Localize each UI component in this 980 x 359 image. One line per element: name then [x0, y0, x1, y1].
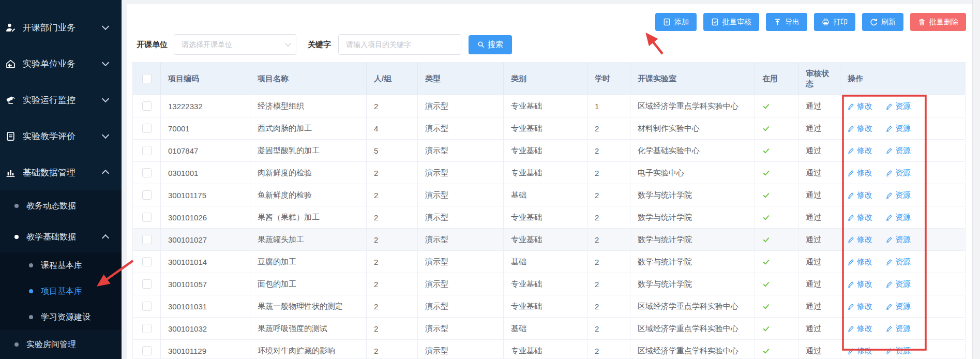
- bar-chart-icon: [5, 167, 16, 178]
- row-checkbox[interactable]: [142, 213, 152, 222]
- sidebar-subitem[interactable]: 教务动态数据: [0, 190, 122, 221]
- check-icon: [762, 125, 770, 132]
- resource-link[interactable]: 资源: [886, 346, 911, 356]
- cell-project-name: 肉新鲜度的检验: [250, 162, 367, 184]
- unit-select-input[interactable]: [174, 34, 296, 55]
- resource-link[interactable]: 资源: [886, 235, 911, 245]
- cell-lab: 数学与统计学院: [630, 206, 755, 228]
- row-checkbox[interactable]: [142, 101, 152, 111]
- cell-type: 演示型: [418, 318, 504, 339]
- resource-link[interactable]: 资源: [886, 302, 911, 311]
- row-checkbox[interactable]: [142, 257, 152, 266]
- sidebar-item[interactable]: 实验单位业务: [0, 46, 122, 82]
- 批量删除-button[interactable]: 批量删除: [910, 13, 966, 31]
- 打印-button[interactable]: 打印: [814, 13, 855, 31]
- cell-project-code: 0301001: [161, 162, 250, 184]
- search-button[interactable]: 搜索: [469, 35, 512, 54]
- pen-icon: [886, 259, 893, 265]
- sidebar-item[interactable]: 实验教学评价: [0, 118, 122, 154]
- cell-hours: 2: [587, 229, 630, 250]
- cell-category: 专业基础: [504, 340, 587, 359]
- row-checkbox[interactable]: [142, 302, 152, 311]
- sidebar-item[interactable]: 开课部门业务: [0, 9, 122, 46]
- sidebar-subitem[interactable]: 学习资源建设: [0, 304, 122, 330]
- edit-link[interactable]: 修改: [848, 190, 872, 200]
- table-header: 项目编码项目名称人/组类型类别学时开课实验室在用审核状态操作: [133, 63, 965, 95]
- edit-link[interactable]: 修改: [848, 279, 872, 289]
- pen-icon: [848, 259, 854, 265]
- sidebar-subitem[interactable]: 项目基本库: [0, 278, 122, 304]
- cell-category: 专业基础: [504, 206, 587, 228]
- cell-hours: 2: [587, 162, 630, 184]
- edit-link[interactable]: 修改: [848, 257, 872, 267]
- row-checkbox[interactable]: [142, 279, 152, 289]
- resource-link[interactable]: 资源: [886, 146, 911, 156]
- row-checkbox[interactable]: [142, 124, 152, 133]
- resource-link[interactable]: 资源: [886, 168, 911, 178]
- edit-link[interactable]: 修改: [848, 101, 872, 111]
- cell-lab: 区域经济学重点学科实验中心: [630, 340, 755, 359]
- chevron-icon: [102, 131, 109, 139]
- cell-operations: 修改 资源: [840, 184, 966, 206]
- sidebar-subitem[interactable]: 实验房间管理: [0, 330, 122, 359]
- edit-link[interactable]: 修改: [848, 213, 872, 222]
- cell-project-code: 300101031: [161, 295, 250, 317]
- 导出-button[interactable]: 导出: [766, 13, 807, 31]
- check-icon: [762, 102, 770, 110]
- pen-icon: [848, 281, 854, 288]
- chevron-icon: [102, 59, 109, 66]
- cell-audit-status: 通过: [798, 295, 840, 317]
- edit-link[interactable]: 修改: [848, 302, 872, 311]
- resource-link[interactable]: 资源: [886, 124, 911, 133]
- bullet-dot-icon: [29, 315, 33, 319]
- sidebar-item[interactable]: 基础数据管理: [0, 154, 122, 190]
- cell-type: 演示型: [418, 162, 504, 184]
- bullet-dot-icon: [14, 235, 19, 239]
- resource-link[interactable]: 资源: [886, 190, 911, 200]
- sidebar-subitem[interactable]: 教学基础数据: [0, 221, 122, 252]
- row-checkbox[interactable]: [142, 235, 152, 244]
- edit-link[interactable]: 修改: [848, 146, 872, 156]
- edit-link[interactable]: 修改: [848, 168, 872, 178]
- edit-link[interactable]: 修改: [848, 235, 872, 245]
- resource-link[interactable]: 资源: [886, 324, 911, 334]
- cell-group-size: 2: [367, 295, 418, 317]
- refresh-icon: [870, 18, 878, 26]
- edit-link[interactable]: 修改: [848, 324, 872, 334]
- select-all-checkbox[interactable]: [142, 74, 152, 83]
- cell-lab: 数学与统计学院: [630, 251, 755, 273]
- row-checkbox[interactable]: [142, 346, 152, 355]
- row-checkbox[interactable]: [142, 324, 152, 333]
- main-content: 添加 批量审核 导出 打印 刷新 批量删除 开课单位 关键字: [122, 0, 980, 359]
- cell-in-use: [755, 251, 798, 273]
- unit-select[interactable]: [174, 34, 296, 55]
- resource-link[interactable]: 资源: [886, 213, 911, 222]
- resource-link[interactable]: 资源: [886, 279, 911, 289]
- cell-project-name: 豆腐的加工: [250, 251, 367, 273]
- sidebar-item[interactable]: 实验运行监控: [0, 82, 122, 118]
- resource-link[interactable]: 资源: [886, 257, 911, 267]
- cell-group-size: 2: [367, 273, 418, 295]
- cell-hours: 2: [587, 273, 630, 295]
- vertical-scrollbar[interactable]: [972, 0, 980, 359]
- row-checkbox[interactable]: [142, 168, 152, 177]
- bullet-dot-icon: [29, 289, 33, 293]
- check-icon: [762, 191, 770, 199]
- edit-link[interactable]: 修改: [848, 124, 872, 133]
- row-checkbox[interactable]: [142, 190, 152, 200]
- sidebar-subitem[interactable]: 课程基本库: [0, 252, 122, 278]
- cell-type: 演示型: [418, 117, 504, 139]
- resource-link[interactable]: 资源: [886, 101, 911, 111]
- 批量审核-button[interactable]: 批量审核: [703, 13, 759, 31]
- cell-type: 演示型: [418, 206, 504, 228]
- cell-project-code: 300101129: [161, 340, 250, 359]
- add-button[interactable]: 添加: [655, 13, 697, 31]
- keyword-input[interactable]: [338, 34, 461, 55]
- 刷新-button[interactable]: 刷新: [862, 13, 903, 31]
- edit-link[interactable]: 修改: [848, 346, 872, 356]
- surveillance-camera-icon: [5, 94, 16, 106]
- pen-icon: [886, 125, 893, 132]
- cell-project-name: 凝固型酸乳的加工: [250, 140, 367, 161]
- row-checkbox[interactable]: [142, 146, 152, 155]
- cell-category: 专业基础: [504, 162, 587, 184]
